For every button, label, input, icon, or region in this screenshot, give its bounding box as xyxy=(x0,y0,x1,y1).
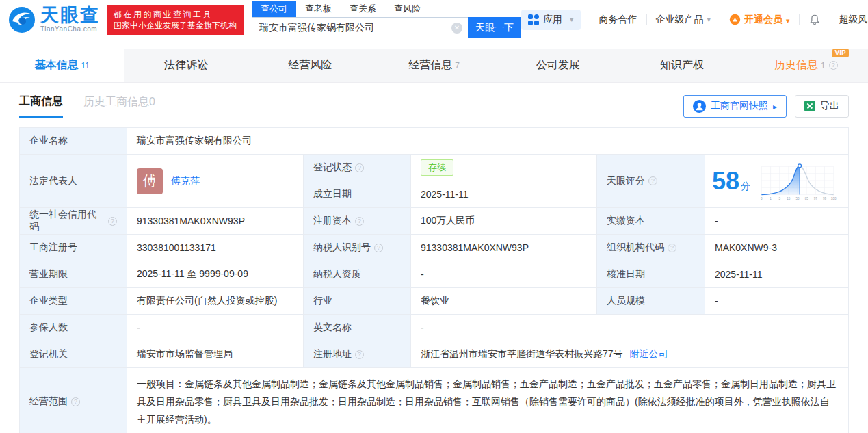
label-text: 注册资本 xyxy=(313,215,352,227)
tianyancha-logo[interactable]: 天眼查 TianYanCha.com xyxy=(8,6,100,34)
tab-basic-info[interactable]: 基本信息 11 xyxy=(0,49,124,82)
brand-domain: TianYanCha.com xyxy=(40,26,100,33)
tab-label: 知识产权 xyxy=(660,58,704,73)
business-scope-value: 一般项目：金属链条及其他金属制品制造；金属链条及其他金属制品销售；金属制品销售；… xyxy=(127,368,848,433)
slogan-line2: 国家中小企业发展子基金旗下机构 xyxy=(114,20,237,31)
score-value: 58分 xyxy=(705,155,848,207)
search-tab-risk[interactable]: 查风险 xyxy=(385,1,430,17)
help-icon[interactable] xyxy=(355,217,364,226)
super-risk-menu[interactable]: 超级风... xyxy=(839,14,868,26)
search-tabs: 查公司 查老板 查关系 查风险 xyxy=(252,1,521,17)
tab-label: 经营风险 xyxy=(288,58,332,73)
legal-rep-label: 法定代表人 xyxy=(20,155,127,207)
search-tab-boss[interactable]: 查老板 xyxy=(296,1,341,17)
approval-date-value: 2025-11-11 xyxy=(705,261,848,287)
tab-business-registration[interactable]: 工商信息 xyxy=(19,94,63,118)
status-date-subgrid: 登记状态 存续 成立日期 2025-11-11 xyxy=(304,155,597,207)
establish-date-value: 2025-11-11 xyxy=(411,181,596,207)
vip-label: 开通会员 xyxy=(744,14,782,26)
caret-down-icon xyxy=(782,14,790,25)
divider xyxy=(799,14,800,25)
svg-text:97: 97 xyxy=(814,196,818,200)
tab-label: 历史信息 xyxy=(774,58,818,73)
tab-operating-risk[interactable]: 经营风险 xyxy=(248,49,372,82)
help-icon[interactable] xyxy=(108,217,117,226)
help-icon[interactable] xyxy=(829,61,838,70)
insured-count-label: 参保人数 xyxy=(20,315,127,341)
help-icon[interactable] xyxy=(71,397,80,406)
search-block: 查公司 查老板 查关系 查风险 天眼一下 xyxy=(252,1,521,38)
help-icon[interactable] xyxy=(668,244,676,252)
table-row: 工商注册号 330381001133171 纳税人识别号 91330381MAK… xyxy=(20,235,848,261)
score-unit: 分 xyxy=(741,181,750,192)
top-menu: 应用 商务合作 企业级产品 开通会员 超级风... xyxy=(521,10,868,30)
credit-code-label: 统一社会信用代码 xyxy=(20,208,127,234)
label-text: 经营范围 xyxy=(29,395,68,408)
help-icon[interactable] xyxy=(374,244,383,252)
nearby-companies-link[interactable]: 附近公司 xyxy=(630,348,668,360)
enterprise-label: 企业级产品 xyxy=(656,14,704,26)
business-term-value: 2025-11-11 至 9999-09-09 xyxy=(127,261,304,287)
taxpayer-id-value: 91330381MAK0XNW93P xyxy=(411,235,597,261)
apps-grid-icon xyxy=(528,14,539,25)
help-icon[interactable] xyxy=(648,176,657,185)
table-row: 法定代表人 傅 傅克萍 登记状态 存续 成立日期 2025-11-11 xyxy=(20,155,848,208)
reg-number-label: 工商注册号 xyxy=(20,235,127,261)
table-row: 经营范围 一般项目：金属链条及其他金属制品制造；金属链条及其他金属制品销售；金属… xyxy=(20,368,848,433)
staff-size-value: - xyxy=(705,288,848,314)
header: 天眼查 TianYanCha.com 都在用的商业查询工具 国家中小企业发展子基… xyxy=(0,0,868,39)
search-tab-relation[interactable]: 查关系 xyxy=(341,1,385,17)
legal-rep-name-link[interactable]: 傅克萍 xyxy=(171,175,200,187)
company-name-value: 瑞安市富强传家锅有限公司 xyxy=(127,128,848,154)
enterprise-products-menu[interactable]: 企业级产品 xyxy=(656,14,711,26)
reg-authority-label: 登记机关 xyxy=(20,341,127,367)
search-input[interactable] xyxy=(252,17,468,38)
logo-eye-icon xyxy=(8,6,36,34)
org-code-value: MAK0XNW9-3 xyxy=(705,235,848,261)
divider xyxy=(720,14,720,25)
help-icon[interactable] xyxy=(355,350,364,359)
apps-menu[interactable]: 应用 xyxy=(521,10,581,30)
tab-history-registration[interactable]: 历史工商信息0 xyxy=(83,95,155,117)
reg-status-value: 存续 xyxy=(411,155,596,181)
reg-capital-value: 100万人民币 xyxy=(411,208,597,234)
open-vip-menu[interactable]: 开通会员 xyxy=(729,14,790,26)
company-nav-tabs: 基本信息 11 法律诉讼 经营风险 经营信息 7 公司发展 知识产权 历史信息 … xyxy=(0,49,868,83)
score-number: 58 xyxy=(712,167,739,195)
legal-rep-avatar[interactable]: 傅 xyxy=(137,168,163,194)
svg-text:1: 1 xyxy=(770,196,772,200)
label-text: 登记状态 xyxy=(313,161,352,174)
score-label: 天眼评分 xyxy=(597,155,705,207)
official-snapshot-button[interactable]: 工商官网快照 xyxy=(683,95,787,118)
export-button[interactable]: 导出 xyxy=(795,95,849,118)
search-tab-company[interactable]: 查公司 xyxy=(252,1,296,17)
tab-label: 法律诉讼 xyxy=(164,58,208,73)
brand-slogan-badge: 都在用的商业查询工具 国家中小企业发展子基金旗下机构 xyxy=(107,5,244,35)
tab-history-info[interactable]: 历史信息 1 VIP xyxy=(744,49,868,82)
notification-bell-icon[interactable] xyxy=(808,14,821,26)
industry-label: 行业 xyxy=(304,288,411,314)
approval-date-label: 核准日期 xyxy=(597,261,705,287)
svg-text:3: 3 xyxy=(778,196,780,200)
table-row: 营业期限 2025-11-11 至 9999-09-09 纳税人资质 - 核准日… xyxy=(20,261,848,288)
search-button[interactable]: 天眼一下 xyxy=(468,17,521,38)
business-term-label: 营业期限 xyxy=(20,261,127,287)
help-icon[interactable] xyxy=(355,163,364,172)
staff-size-label: 人员规模 xyxy=(597,288,705,314)
clear-input-icon[interactable] xyxy=(451,23,462,34)
cooperation-label: 商务合作 xyxy=(599,14,637,26)
establish-date-label: 成立日期 xyxy=(304,181,411,207)
tab-legal-proceedings[interactable]: 法律诉讼 xyxy=(124,49,248,82)
business-cooperation-link[interactable]: 商务合作 xyxy=(599,14,637,26)
tab-operating-info[interactable]: 经营信息 7 xyxy=(372,49,496,82)
business-info-table: 企业名称 瑞安市富强传家锅有限公司 法定代表人 傅 傅克萍 登记状态 存续 xyxy=(19,127,849,433)
tab-count: 1 xyxy=(821,61,826,70)
super-risk-label: 超级风... xyxy=(839,14,868,26)
tab-label: 基本信息 xyxy=(34,58,78,73)
tab-intellectual-property[interactable]: 知识产权 xyxy=(620,49,744,82)
tab-company-development[interactable]: 公司发展 xyxy=(496,49,620,82)
insured-count-value: - xyxy=(127,315,304,341)
reg-capital-label: 注册资本 xyxy=(304,208,411,234)
legal-rep-value: 傅 傅克萍 xyxy=(127,155,304,207)
person-icon xyxy=(693,100,706,113)
